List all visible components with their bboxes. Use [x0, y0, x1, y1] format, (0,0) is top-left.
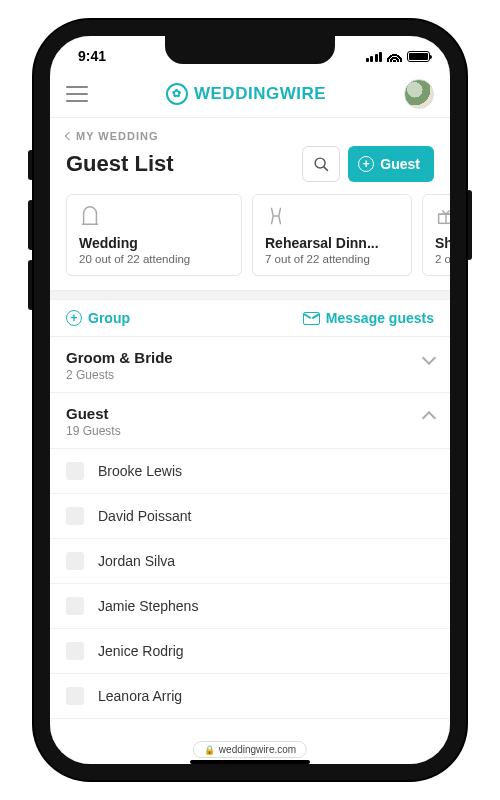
status-icons: [366, 51, 431, 62]
guest-row[interactable]: Jordan Silva: [50, 539, 450, 584]
cellular-icon: [366, 51, 383, 62]
notch: [165, 36, 335, 64]
guest-row[interactable]: Jamie Stephens: [50, 584, 450, 629]
guest-name: Jamie Stephens: [98, 598, 198, 614]
add-group-button[interactable]: + Group: [66, 310, 130, 326]
checkbox[interactable]: [66, 462, 84, 480]
event-name: Show: [435, 235, 450, 251]
device-frame: 9:41 ✿ WEDDINGWIRE: [0, 0, 500, 800]
event-scroller[interactable]: Wedding 20 out of 22 attending Rehearsal…: [50, 194, 450, 290]
glasses-icon: [265, 205, 399, 229]
menu-button[interactable]: [66, 86, 88, 102]
breadcrumb-label: MY WEDDING: [76, 130, 159, 142]
status-time: 9:41: [78, 48, 106, 64]
event-subtitle: 7 out of 22 attending: [265, 253, 399, 265]
arch-icon: [79, 205, 229, 229]
event-name: Wedding: [79, 235, 229, 251]
gifts-icon: [435, 205, 450, 229]
svg-line-1: [323, 166, 327, 170]
screen: 9:41 ✿ WEDDINGWIRE: [50, 36, 450, 764]
section-title: Guest: [66, 405, 434, 422]
page-title: Guest List: [66, 151, 174, 177]
guest-name: Brooke Lewis: [98, 463, 182, 479]
checkbox[interactable]: [66, 552, 84, 570]
avatar[interactable]: [404, 79, 434, 109]
envelope-icon: [303, 312, 320, 325]
checkbox[interactable]: [66, 597, 84, 615]
battery-icon: [407, 51, 430, 62]
event-subtitle: 20 out of 22 attending: [79, 253, 229, 265]
lock-icon: 🔒: [204, 745, 215, 755]
plus-circle-icon: +: [358, 156, 374, 172]
brand-logo-icon: ✿: [166, 83, 188, 105]
event-name: Rehearsal Dinn...: [265, 235, 399, 251]
section-guest[interactable]: Guest 19 Guests: [50, 393, 450, 449]
event-subtitle: 2 out: [435, 253, 450, 265]
checkbox[interactable]: [66, 642, 84, 660]
plus-circle-icon: +: [66, 310, 82, 326]
guest-row[interactable]: Jenice Rodrig: [50, 629, 450, 674]
guest-row[interactable]: Brooke Lewis: [50, 449, 450, 494]
wifi-icon: [387, 51, 402, 62]
title-actions: + Guest: [302, 146, 434, 182]
page-title-row: Guest List + Guest: [50, 144, 450, 194]
chevron-left-icon: [65, 132, 73, 140]
svg-rect-2: [439, 214, 450, 223]
event-card-rehearsal[interactable]: Rehearsal Dinn... 7 out of 22 attending: [252, 194, 412, 276]
search-icon: [313, 156, 330, 173]
breadcrumb[interactable]: MY WEDDING: [50, 118, 450, 144]
search-button[interactable]: [302, 146, 340, 182]
section-subtitle: 19 Guests: [66, 424, 434, 438]
event-card-shower[interactable]: Show 2 out: [422, 194, 450, 276]
checkbox[interactable]: [66, 687, 84, 705]
url-bar[interactable]: 🔒 weddingwire.com: [193, 741, 307, 758]
svg-point-0: [315, 158, 325, 168]
brand-name: WEDDINGWIRE: [194, 84, 326, 104]
guest-name: Jenice Rodrig: [98, 643, 184, 659]
add-group-label: Group: [88, 310, 130, 326]
message-guests-label: Message guests: [326, 310, 434, 326]
section-groom-bride[interactable]: Groom & Bride 2 Guests: [50, 337, 450, 393]
message-guests-button[interactable]: Message guests: [303, 310, 434, 326]
event-card-wedding[interactable]: Wedding 20 out of 22 attending: [66, 194, 242, 276]
phone-body: 9:41 ✿ WEDDINGWIRE: [34, 20, 466, 780]
guest-name: David Poissant: [98, 508, 191, 524]
add-guest-button[interactable]: + Guest: [348, 146, 434, 182]
guest-name: Jordan Silva: [98, 553, 175, 569]
checkbox[interactable]: [66, 507, 84, 525]
guest-row[interactable]: Leanora Arrig: [50, 674, 450, 719]
add-guest-label: Guest: [380, 156, 420, 172]
app-header: ✿ WEDDINGWIRE: [50, 70, 450, 118]
section-title: Groom & Bride: [66, 349, 434, 366]
content-scroll[interactable]: MY WEDDING Guest List + Guest: [50, 118, 450, 764]
group-actions-row: + Group Message guests: [50, 300, 450, 337]
brand-logo-link[interactable]: ✿ WEDDINGWIRE: [166, 83, 326, 105]
guest-row[interactable]: David Poissant: [50, 494, 450, 539]
power-button: [466, 190, 472, 260]
guest-name: Leanora Arrig: [98, 688, 182, 704]
home-indicator[interactable]: [190, 760, 310, 764]
url-text: weddingwire.com: [219, 744, 296, 755]
section-subtitle: 2 Guests: [66, 368, 434, 382]
divider: [50, 290, 450, 300]
